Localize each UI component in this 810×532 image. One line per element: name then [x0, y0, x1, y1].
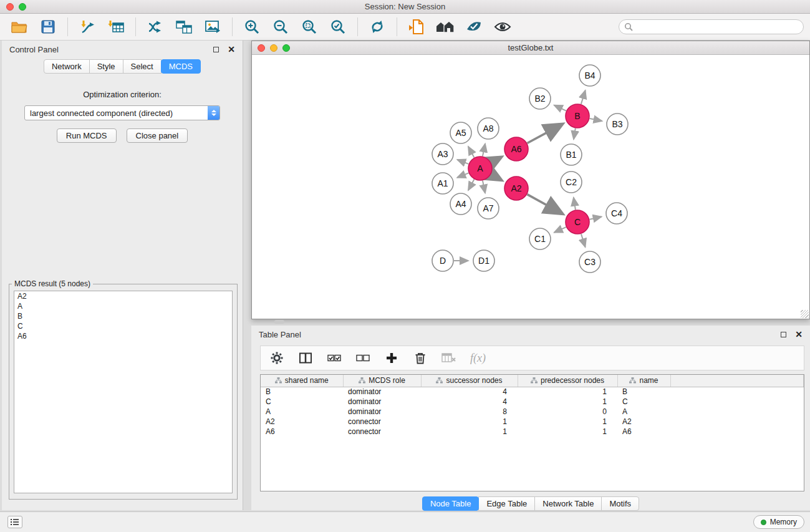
column-header-successor-nodes[interactable]: successor nodes — [421, 375, 518, 387]
table-tab-edge-table[interactable]: Edge Table — [478, 496, 535, 511]
network-node-A[interactable]: A — [468, 157, 492, 180]
network-node-A6[interactable]: A6 — [504, 137, 528, 161]
network-minimize-button[interactable] — [270, 44, 277, 52]
dropdown-spinner-icon[interactable] — [208, 106, 219, 120]
network-node-B2[interactable]: B2 — [529, 88, 551, 109]
new-network-from-selection-icon[interactable] — [175, 17, 193, 36]
float-panel-icon[interactable] — [213, 47, 219, 52]
mcds-result-item[interactable]: A — [14, 301, 232, 311]
network-edge-A-A1 — [457, 173, 468, 177]
zoom-window-button[interactable] — [19, 3, 26, 11]
control-panel-title: Control Panel — [9, 45, 59, 54]
export-image-icon[interactable] — [203, 17, 222, 36]
open-session-icon[interactable] — [10, 17, 29, 36]
network-node-C1[interactable]: C1 — [529, 228, 551, 249]
function-builder-icon[interactable]: f(x) — [470, 352, 486, 365]
mcds-result-item[interactable]: A6 — [14, 331, 232, 341]
network-node-A1[interactable]: A1 — [432, 173, 453, 194]
zoom-in-icon[interactable] — [243, 17, 261, 36]
table-tab-motifs[interactable]: Motifs — [601, 496, 639, 511]
control-tab-network[interactable]: Network — [44, 59, 90, 74]
deselect-all-checkboxes-icon[interactable] — [355, 351, 370, 365]
column-header-MCDS-role[interactable]: MCDS role — [343, 375, 421, 387]
apply-preferred-layout-icon[interactable] — [368, 17, 387, 36]
mcds-result-group: MCDS result (5 nodes) A2ABCA6 — [9, 284, 238, 500]
table-row[interactable]: Adominator80A — [261, 407, 804, 417]
delete-column-trash-icon[interactable] — [413, 351, 428, 365]
network-window-titlebar[interactable]: testGlobe.txt — [252, 41, 809, 55]
network-close-button[interactable] — [258, 44, 265, 52]
network-node-C2[interactable]: C2 — [561, 172, 582, 193]
table-tab-network-table[interactable]: Network Table — [534, 496, 602, 511]
table-panel-title: Table Panel — [259, 330, 301, 339]
network-node-B1[interactable]: B1 — [561, 144, 582, 165]
show-graphics-details-eye-icon[interactable] — [493, 17, 512, 36]
mcds-result-list[interactable]: A2ABCA6 — [14, 291, 233, 493]
svg-text:C2: C2 — [566, 177, 577, 187]
network-node-A2[interactable]: A2 — [504, 177, 528, 200]
network-tools-icon[interactable] — [146, 17, 165, 36]
control-tab-style[interactable]: Style — [89, 59, 123, 74]
network-edge-A2-C — [528, 195, 562, 213]
network-node-B3[interactable]: B3 — [607, 114, 628, 135]
task-history-button[interactable] — [7, 516, 22, 528]
mcds-result-item[interactable]: C — [14, 321, 232, 331]
network-node-A3[interactable]: A3 — [432, 143, 453, 165]
network-zoom-button[interactable] — [282, 44, 290, 52]
network-node-B4[interactable]: B4 — [579, 65, 600, 86]
network-node-C4[interactable]: C4 — [606, 203, 627, 224]
import-table-file-icon[interactable] — [107, 17, 125, 36]
zoom-selected-icon[interactable] — [329, 17, 347, 36]
horizontal-scrollbar-thumb[interactable] — [274, 320, 284, 324]
zoom-out-icon[interactable] — [271, 17, 290, 36]
close-panel-icon[interactable]: ✕ — [228, 45, 235, 54]
table-row[interactable]: A6connector11A6 — [261, 427, 804, 437]
delete-table-icon[interactable] — [441, 351, 456, 365]
select-all-checkboxes-icon[interactable] — [327, 351, 342, 365]
run-mcds-button[interactable]: Run MCDS — [57, 128, 117, 143]
table-row[interactable]: A2connector11A2 — [261, 417, 804, 427]
network-node-A5[interactable]: A5 — [450, 122, 471, 143]
column-header-predecessor-nodes[interactable]: predecessor nodes — [518, 375, 617, 387]
add-column-icon[interactable] — [384, 351, 399, 365]
network-node-D[interactable]: D — [432, 250, 453, 271]
save-session-icon[interactable] — [39, 17, 57, 36]
split-column-icon[interactable] — [298, 351, 313, 365]
optimization-criterion-select[interactable]: largest connected component (directed) — [24, 105, 220, 120]
table-row[interactable]: Bdominator41B — [261, 387, 804, 397]
table-row[interactable]: Cdominator41C — [261, 397, 804, 407]
network-view-window: testGlobe.txt B4B2BB3A5A8A6B1A3AC2A1A2A4… — [251, 41, 810, 319]
table-toolbar: f(x) — [260, 346, 804, 370]
network-node-C3[interactable]: C3 — [579, 251, 600, 273]
table-tab-node-table[interactable]: Node Table — [422, 496, 480, 511]
style-check-icon[interactable] — [465, 17, 483, 36]
network-node-B[interactable]: B — [566, 104, 589, 128]
network-canvas[interactable]: B4B2BB3A5A8A6B1A3AC2A1A2A4A7C4CC1C3DD1 — [252, 55, 809, 319]
column-header-shared-name[interactable]: shared name — [261, 375, 343, 387]
network-node-C[interactable]: C — [566, 210, 589, 234]
column-header-name[interactable]: name — [617, 375, 670, 387]
close-table-panel-icon[interactable]: ✕ — [795, 330, 803, 339]
search-input[interactable] — [637, 22, 798, 32]
import-network-file-icon[interactable] — [78, 17, 97, 36]
settings-gear-icon[interactable] — [269, 351, 284, 365]
ndex-homes-icon[interactable] — [436, 17, 455, 36]
close-panel-button[interactable]: Close panel — [127, 128, 188, 143]
import-document-icon[interactable] — [407, 17, 426, 36]
toolbar-search[interactable] — [619, 19, 804, 34]
network-node-A4[interactable]: A4 — [450, 193, 471, 215]
window-resize-grip[interactable] — [801, 310, 809, 318]
control-tab-mcds[interactable]: MCDS — [161, 59, 201, 74]
memory-button[interactable]: Memory — [753, 515, 804, 529]
zoom-reset-icon[interactable] — [300, 17, 319, 36]
mcds-result-item[interactable]: B — [14, 311, 232, 321]
close-window-button[interactable] — [6, 3, 14, 11]
svg-text:A4: A4 — [455, 199, 466, 209]
control-tab-select[interactable]: Select — [123, 59, 162, 74]
mcds-result-item[interactable]: A2 — [14, 291, 232, 301]
network-node-A8[interactable]: A8 — [478, 118, 499, 139]
float-table-panel-icon[interactable] — [781, 332, 786, 337]
network-node-A7[interactable]: A7 — [478, 198, 499, 219]
network-edge-B-B2 — [554, 105, 566, 111]
network-node-D1[interactable]: D1 — [473, 250, 494, 271]
